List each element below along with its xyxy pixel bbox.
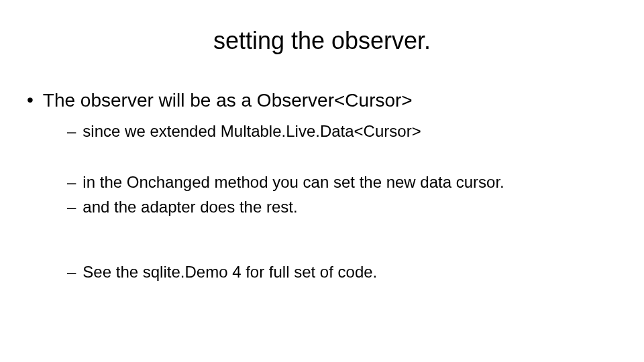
spacer <box>67 146 631 172</box>
dash-marker: – <box>67 261 76 282</box>
dash-marker: – <box>67 172 76 192</box>
sub-bullet-item: – See the sqlite.Demo 4 for full set of … <box>67 261 631 282</box>
bullet-level-1: • The observer will be as a Observer<Cur… <box>27 88 631 113</box>
sub-text-1: since we extended Multable.Live.Data<Cur… <box>83 121 421 141</box>
sub-text-4: See the sqlite.Demo 4 for full set of co… <box>83 261 377 282</box>
sub-text-3: and the adapter does the rest. <box>83 196 297 217</box>
spacer <box>67 221 631 261</box>
dash-marker: – <box>67 196 76 217</box>
sub-text-2: in the Onchanged method you can set the … <box>83 172 504 192</box>
sub-list: – since we extended Multable.Live.Data<C… <box>27 121 631 282</box>
sub-bullet-item: – since we extended Multable.Live.Data<C… <box>67 121 631 141</box>
bullet-text-1: The observer will be as a Observer<Curso… <box>43 88 413 113</box>
sub-bullet-item: – and the adapter does the rest. <box>67 196 631 217</box>
dash-marker: – <box>67 121 76 141</box>
bullet-marker: • <box>27 88 34 111</box>
slide-title: setting the observer. <box>13 27 631 55</box>
slide-content: • The observer will be as a Observer<Cur… <box>13 88 631 282</box>
sub-bullet-item: – in the Onchanged method you can set th… <box>67 172 631 192</box>
